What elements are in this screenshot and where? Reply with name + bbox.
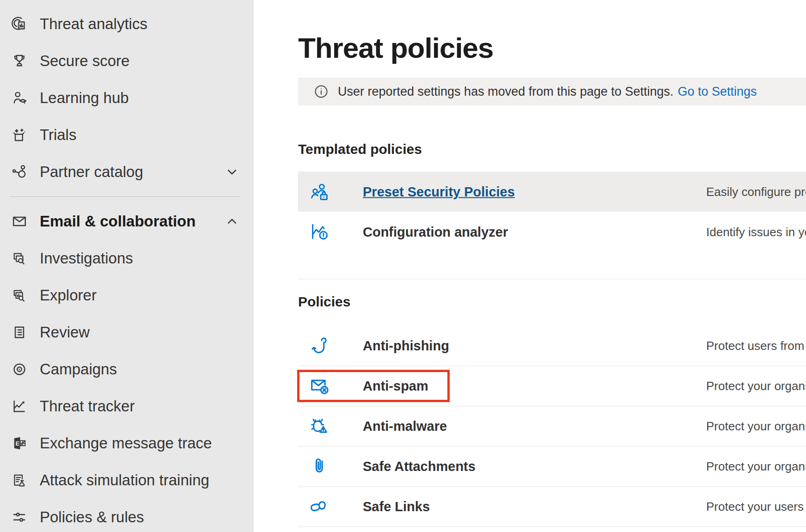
anti-spam-icon [309,375,330,397]
main-content: Threat policies User reported settings h… [254,0,806,532]
anti-malware-icon [309,416,330,437]
email-icon [10,212,29,231]
row-description: Protect your organiz [706,419,806,434]
sidebar-item-label: Learning hub [40,89,129,107]
chevron-down-icon[interactable] [224,164,240,180]
row-label: Safe Attachments [363,459,476,474]
chevron-up-icon[interactable] [224,214,240,229]
policies-heading: Policies [298,294,350,310]
sidebar-item-label: Policies & rules [40,508,144,526]
sidebar-item-attack-simulation-training[interactable]: Attack simulation training [0,462,254,499]
sidebar-item-exchange-message-trace[interactable]: E Exchange message trace [0,425,254,462]
row-anti-spam[interactable]: Anti-spam Protect your organiz [298,366,806,406]
info-banner: User reported settings has moved from th… [298,78,806,105]
row-label: Safe Links [363,499,430,514]
info-icon [313,83,330,100]
row-label: Anti-spam [363,379,428,394]
sidebar-item-threat-analytics[interactable]: Threat analytics [0,6,254,43]
investigations-icon [10,249,29,268]
sidebar-divider [10,196,241,197]
explorer-icon [10,286,29,305]
row-label: Anti-malware [363,419,447,434]
sidebar-item-label: Secure score [40,52,129,70]
attack-simulation-icon [10,471,29,489]
sidebar-item-label: Partner catalog [40,163,143,181]
svg-text:E: E [15,440,19,447]
row-description: Protect your organiz [706,459,806,474]
row-label: Configuration analyzer [363,224,508,239]
sidebar-item-label: Review [40,324,90,341]
row-configuration-analyzer[interactable]: Configuration analyzer Identify issues i… [298,212,806,252]
row-anti-phishing[interactable]: Anti-phishing Protect users from p [298,326,806,366]
threat-policies-page: Threat analytics Secure score [0,0,806,532]
campaigns-icon [10,360,29,379]
row-description: Protect your users fr [706,500,806,514]
sidebar-item-trials[interactable]: Trials [0,116,254,153]
trophy-icon [10,52,29,70]
sidebar-item-label: Campaigns [40,361,117,378]
policies-list: Anti-phishing Protect users from p Anti-… [298,326,806,527]
sidebar-item-partner-catalog[interactable]: Partner catalog [0,153,254,190]
row-safe-links[interactable]: Safe Links Protect your users fr [298,487,806,527]
exchange-icon: E [10,434,29,453]
safe-attachments-icon [309,456,330,477]
sidebar-item-email-collaboration[interactable]: Email & collaboration [0,203,254,240]
trials-icon [10,126,29,144]
sidebar-item-campaigns[interactable]: Campaigns [0,351,254,388]
configuration-analyzer-icon [309,221,330,243]
sidebar-item-label: Exchange message trace [40,434,212,452]
preset-security-policies-icon [309,181,330,202]
row-safe-attachments[interactable]: Safe Attachments Protect your organiz [298,446,806,487]
row-description: Protect users from p [706,339,806,353]
partner-catalog-icon [10,163,29,181]
sidebar-item-label: Investigations [40,250,133,267]
row-description: Protect your organiz [706,379,806,393]
sidebar: Threat analytics Secure score [0,0,254,532]
row-description: Identify issues in you [706,225,806,239]
preset-security-policies-link[interactable]: Preset Security Policies [363,184,515,199]
learning-hub-icon [10,89,29,107]
sidebar-item-label: Threat tracker [40,397,134,415]
threat-analytics-icon [10,15,29,33]
anti-phishing-icon [309,335,330,356]
banner-message: User reported settings has moved from th… [338,85,673,99]
safe-links-icon [309,496,330,517]
threat-tracker-icon [10,397,29,416]
sidebar-item-label: Threat analytics [40,15,147,33]
sidebar-item-investigations[interactable]: Investigations [0,240,254,277]
page-title: Threat policies [298,31,494,64]
sidebar-item-secure-score[interactable]: Secure score [0,43,254,79]
sidebar-item-review[interactable]: Review [0,314,254,351]
sidebar-item-label: Trials [40,126,76,144]
sidebar-item-label: Attack simulation training [40,471,209,489]
sidebar-item-explorer[interactable]: Explorer [0,277,254,314]
row-preset-security-policies[interactable]: Preset Security Policies Easily configur… [298,171,806,212]
go-to-settings-link[interactable]: Go to Settings [678,85,757,99]
sidebar-item-learning-hub[interactable]: Learning hub [0,79,254,116]
sidebar-item-label: Email & collaboration [40,213,195,230]
review-icon [10,323,29,342]
section-divider [298,279,806,279]
templated-policies-heading: Templated policies [298,141,422,157]
sidebar-item-threat-tracker[interactable]: Threat tracker [0,388,254,425]
row-anti-malware[interactable]: Anti-malware Protect your organiz [298,406,806,446]
sliders-icon [10,508,29,526]
row-label: Anti-phishing [363,338,449,354]
row-description: Easily configure prot [706,184,806,199]
sidebar-item-policies-rules[interactable]: Policies & rules [0,499,254,532]
sidebar-item-label: Explorer [40,287,97,304]
